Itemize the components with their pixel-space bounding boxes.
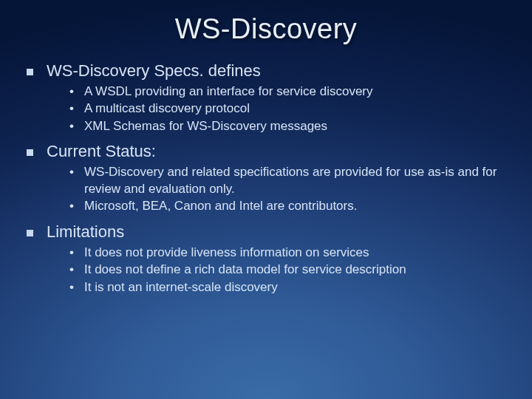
- list-item: A WSDL providing an interface for servic…: [69, 83, 510, 100]
- slide: WS-Discovery WS-Discovery Specs. defines…: [0, 0, 532, 399]
- section-heading-text: Current Status:: [47, 142, 156, 161]
- section-status: Current Status: WS-Discovery and related…: [22, 142, 510, 214]
- square-bullet-icon: [27, 149, 33, 156]
- section-heading-text: Limitations: [47, 222, 124, 242]
- list-item: It does not provide liveness information…: [69, 245, 510, 261]
- section-head: WS-Discovery Specs. defines: [27, 61, 510, 81]
- slide-title: WS-Discovery: [22, 13, 510, 45]
- list-item: A multicast discovery protocol: [69, 100, 510, 117]
- sub-list: WS-Discovery and related specifications …: [69, 164, 510, 214]
- list-item: It is not an internet-scale discovery: [69, 279, 510, 296]
- section-limitations: Limitations It does not provide liveness…: [22, 222, 510, 296]
- square-bullet-icon: [27, 69, 33, 75]
- list-item: XML Schemas for WS-Discovery messages: [69, 118, 510, 134]
- sub-list: A WSDL providing an interface for servic…: [69, 83, 510, 134]
- section-heading-text: WS-Discovery Specs. defines: [47, 61, 261, 81]
- list-item: It does not define a rich data model for…: [69, 262, 510, 278]
- section-specs: WS-Discovery Specs. defines A WSDL provi…: [22, 61, 510, 134]
- square-bullet-icon: [27, 230, 33, 236]
- section-head: Limitations: [27, 222, 510, 242]
- sub-list: It does not provide liveness information…: [69, 245, 510, 296]
- list-item: Microsoft, BEA, Canon and Intel are cont…: [69, 198, 510, 214]
- list-item: WS-Discovery and related specifications …: [69, 164, 510, 197]
- section-head: Current Status:: [27, 142, 510, 161]
